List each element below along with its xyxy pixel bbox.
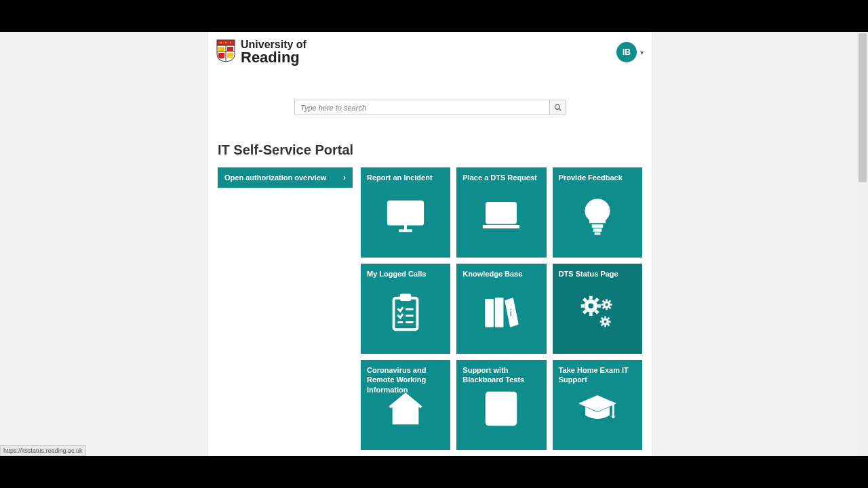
svg-point-66 <box>612 415 614 418</box>
monitor-broken-icon <box>382 193 429 239</box>
user-menu[interactable]: IB ▾ <box>616 42 644 62</box>
open-authorization-button[interactable]: Open authorization overview › <box>218 167 353 188</box>
svg-point-57 <box>492 399 495 402</box>
svg-rect-55 <box>400 415 411 422</box>
tile-label: Report an Incident <box>361 167 450 182</box>
tile-label: Place a DTS Request <box>456 167 546 182</box>
lightbulb-icon <box>574 193 620 239</box>
tile-blackboard-tests[interactable]: Support with Blackboard Tests <box>456 360 546 450</box>
svg-point-3 <box>230 42 231 43</box>
svg-line-8 <box>559 108 561 110</box>
tile-coronavirus-remote[interactable]: Coronavirus and Remote Working Informati… <box>361 360 450 450</box>
svg-line-44 <box>609 300 610 302</box>
svg-line-43 <box>603 307 604 308</box>
svg-line-33 <box>595 310 598 313</box>
svg-line-52 <box>601 324 603 325</box>
shield-icon <box>216 39 235 65</box>
svg-point-27 <box>586 301 595 310</box>
page-container: University of Reading IB ▾ IT Self-Servi… <box>208 32 652 456</box>
tile-label: Support with Blackboard Tests <box>456 360 546 385</box>
gears-icon <box>574 289 620 336</box>
clipboard-check-icon <box>382 289 429 336</box>
svg-line-34 <box>583 310 586 313</box>
tile-grid: Report an Incident Place a DTS Request <box>361 167 642 456</box>
svg-text:i: i <box>509 306 513 319</box>
laptop-globe-icon <box>478 193 524 239</box>
svg-rect-18 <box>593 228 601 231</box>
page-title: IT Self-Service Portal <box>218 142 652 158</box>
svg-point-45 <box>603 319 608 324</box>
search-input[interactable] <box>294 100 550 115</box>
svg-point-59 <box>492 406 495 409</box>
svg-point-61 <box>492 413 495 415</box>
logo[interactable]: University of Reading <box>216 39 307 65</box>
svg-point-54 <box>402 407 409 413</box>
tile-place-dts-request[interactable]: Place a DTS Request <box>456 167 546 258</box>
svg-line-51 <box>608 324 609 325</box>
scroll-thumb[interactable] <box>859 33 867 182</box>
svg-point-63 <box>492 419 495 422</box>
graduation-cap-icon <box>574 386 620 432</box>
search-button[interactable] <box>550 100 566 115</box>
scrollbar[interactable] <box>857 32 868 456</box>
tile-dts-status-page[interactable]: DTS Status Page <box>553 264 642 354</box>
tile-label: Take Home Exam IT Support <box>553 360 642 385</box>
svg-rect-17 <box>592 224 603 227</box>
chevron-right-icon: › <box>343 173 346 182</box>
header: University of Reading IB ▾ <box>208 32 652 73</box>
svg-point-2 <box>225 42 226 43</box>
tile-label: Knowledge Base <box>456 264 546 279</box>
status-bar: https://itsstatus.reading.ac.uk <box>0 445 86 456</box>
brand-text: University of Reading <box>241 39 307 65</box>
tile-label: DTS Status Page <box>553 264 642 279</box>
svg-rect-19 <box>595 232 600 235</box>
svg-line-32 <box>583 298 586 301</box>
search-box <box>294 100 566 115</box>
tile-my-logged-calls[interactable]: My Logged Calls <box>361 264 450 354</box>
home-user-icon <box>382 386 429 432</box>
tile-provide-feedback[interactable]: Provide Feedback <box>553 167 642 258</box>
search-icon <box>554 102 561 114</box>
svg-line-42 <box>609 307 610 308</box>
auth-button-label: Open authorization overview <box>224 174 326 182</box>
svg-point-36 <box>604 302 609 306</box>
svg-line-53 <box>608 318 609 319</box>
books-icon: i <box>478 289 524 336</box>
svg-rect-6 <box>227 47 233 51</box>
svg-rect-20 <box>394 298 418 330</box>
svg-rect-5 <box>227 53 233 58</box>
tile-report-incident[interactable]: Report an Incident <box>361 167 450 258</box>
svg-rect-4 <box>218 47 224 51</box>
tile-knowledge-base[interactable]: Knowledge Base i <box>456 264 546 354</box>
list-icon <box>478 386 524 432</box>
svg-line-35 <box>595 298 598 301</box>
svg-line-41 <box>603 300 604 302</box>
svg-rect-21 <box>400 294 411 301</box>
search-area <box>208 100 652 115</box>
tile-label: Provide Feedback <box>553 167 642 182</box>
svg-point-7 <box>555 104 559 109</box>
svg-point-1 <box>220 42 222 43</box>
brand-line2: Reading <box>241 50 307 65</box>
avatar: IB <box>616 42 637 62</box>
svg-line-50 <box>601 318 603 319</box>
status-url: https://itsstatus.reading.ac.uk <box>3 447 83 454</box>
chevron-down-icon: ▾ <box>640 49 644 56</box>
tile-label: My Logged Calls <box>361 264 450 279</box>
tile-take-home-exam[interactable]: Take Home Exam IT Support <box>553 360 642 450</box>
